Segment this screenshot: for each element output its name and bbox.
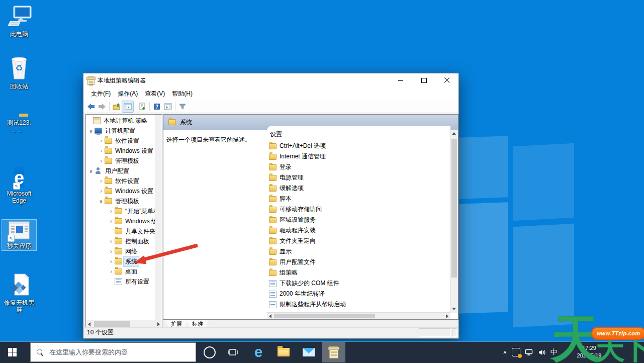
scroll-left-icon[interactable] [88,322,90,326]
tree-item[interactable]: › 桌面 [86,266,155,277]
tree-item[interactable]: ∨ 用户配置 [86,166,155,176]
taskbar-gpedit-button-active[interactable] [322,342,345,362]
expand-chevron-icon[interactable]: › [108,218,115,225]
taskbar-edge-button[interactable]: e [247,342,270,362]
menu-item[interactable]: 操作(A) [114,88,141,100]
desktop-icon-miaoguan[interactable]: ↖ 秒关程序 [2,220,36,250]
expand-chevron-icon[interactable]: › [98,137,105,144]
expand-chevron-icon[interactable]: › [98,177,105,185]
tree-item[interactable]: › Windows 设置 [86,186,155,196]
expand-chevron-icon[interactable]: › [108,208,115,215]
list-vertical-scrollbar[interactable] [450,130,458,313]
desktop-icon-test-folder[interactable]: 测试123. 。。 [2,111,36,134]
network-icon[interactable] [525,348,533,356]
expand-chevron-icon[interactable]: ∨ [87,128,95,134]
export-list-icon[interactable] [137,101,148,112]
settings-list-item[interactable]: 脚本 [267,194,450,204]
expand-chevron-icon[interactable]: › [108,238,115,245]
menu-item[interactable]: 帮助(H) [168,88,196,100]
tree-item[interactable]: › “开始”菜单和 [86,206,155,216]
settings-list-item[interactable]: 限制这些程序从帮助启动 [267,299,450,310]
settings-list-item[interactable]: Internet 通信管理 [267,151,450,162]
tree-item-label: 用户配置 [104,166,131,176]
tree-item[interactable]: › 系统 [86,256,155,266]
maximize-button[interactable] [412,73,435,87]
scroll-left-icon[interactable] [269,314,271,318]
settings-list-item[interactable]: 用户配置文件 [267,257,450,267]
forward-icon[interactable] [97,101,108,112]
settings-list-item[interactable]: 可移动存储访问 [267,204,450,215]
taskbar-file-explorer-button[interactable] [272,342,295,362]
taskbar-search[interactable] [30,342,196,362]
list-horizontal-scrollbar[interactable] [267,312,450,319]
settings-list-item[interactable]: 文件夹重定向 [267,236,450,246]
desktop-icon-fix-black-screen[interactable]: 修复开机黑 屏 [2,271,36,314]
filter-icon[interactable] [177,101,188,112]
tree-item[interactable]: › 管理模板 [86,156,155,166]
taskbar-clock[interactable]: 17:29 2020/5/19 [574,344,605,359]
settings-list-item[interactable]: 区域设置服务 [267,215,450,225]
tree-vertical-scrollbar[interactable] [155,115,162,320]
settings-list-item[interactable]: 下载缺少的 COM 组件 [267,278,450,289]
settings-list-item[interactable]: 电源管理 [267,172,450,183]
back-icon[interactable] [85,101,97,112]
scrollbar-thumb[interactable] [451,139,457,278]
settings-list-item[interactable]: 2000 年世纪转译 [267,289,450,299]
up-one-level-icon[interactable] [111,101,122,112]
menu-item[interactable]: 查看(V) [141,88,168,100]
scroll-right-icon[interactable] [446,314,448,318]
tree-item[interactable]: › 网络 [86,246,155,256]
tree-item[interactable]: 所有设置 [86,277,155,287]
tree-item[interactable]: 本地计算机 策略 [86,116,155,126]
settings-list-item[interactable]: 登录 [267,162,450,172]
tree-item[interactable]: › 软件设置 [86,136,155,146]
close-button[interactable] [435,73,458,87]
cortana-button[interactable] [199,342,221,362]
scroll-up-icon[interactable] [452,132,456,135]
desktop-icon-edge[interactable]: e ↖ Microsoft Edge [2,166,36,205]
taskbar-mail-button[interactable] [297,342,320,362]
search-input[interactable] [48,348,196,356]
scrollbar-thumb[interactable] [274,314,375,318]
notification-icon[interactable] [512,348,520,356]
desktop-icon-recycle-bin[interactable]: ♻ 回收站 [2,54,36,91]
expand-chevron-icon[interactable]: ∨ [87,168,95,174]
settings-list-item[interactable]: 组策略 [267,267,450,278]
tree-item[interactable]: ∨ 管理模板 [86,196,155,206]
scrollbar-thumb[interactable] [94,321,130,327]
tree-item[interactable]: › Windows 组 [86,216,155,226]
settings-list-item[interactable]: Ctrl+Alt+Del 选项 [267,141,450,151]
task-view-button[interactable] [222,342,244,362]
tree-item[interactable]: › 软件设置 [86,176,155,186]
settings-list-item[interactable]: 缓解选项 [267,183,450,194]
expand-chevron-icon[interactable]: › [98,188,105,195]
tree-item[interactable]: › Windows 设置 [86,146,155,156]
settings-list-item[interactable]: 显示 [267,246,450,257]
tree-item-label: 软件设置 [114,176,141,186]
tray-expand-chevron-icon[interactable]: ∧ [503,349,507,355]
help-icon[interactable]: ? [151,101,162,112]
expand-chevron-icon[interactable]: › [98,147,105,154]
expand-chevron-icon[interactable]: › [108,258,115,265]
tree-horizontal-scrollbar[interactable] [86,320,162,328]
start-button[interactable] [0,342,24,362]
desktop-icon-this-pc[interactable]: 此电脑 [2,4,36,39]
settings-list-item[interactable]: 驱动程序安装 [267,225,450,236]
menu-item[interactable]: 文件(F) [87,88,114,100]
ime-indicator[interactable]: 中 [550,348,558,357]
expand-chevron-icon[interactable]: ∨ [98,199,105,204]
scroll-right-icon[interactable] [157,322,160,326]
volume-icon[interactable] [538,348,546,356]
tree-item[interactable]: ∨ 计算机配置 [86,126,155,136]
expand-chevron-icon[interactable]: › [108,268,115,275]
expand-chevron-icon[interactable]: › [108,248,115,255]
show-console-tree-icon[interactable] [122,101,133,112]
selection-description: 选择一个项目来查看它的描述。 [166,136,264,144]
tree-item[interactable]: › 控制面板 [86,236,155,246]
settings-column-header[interactable]: 设置 [267,126,450,141]
show-action-pane-icon[interactable] [162,101,173,112]
expand-chevron-icon[interactable]: › [98,157,105,164]
scroll-down-icon[interactable] [452,308,456,310]
minimize-button[interactable] [389,73,412,87]
tree-item[interactable]: 共享文件夹 [86,226,155,236]
